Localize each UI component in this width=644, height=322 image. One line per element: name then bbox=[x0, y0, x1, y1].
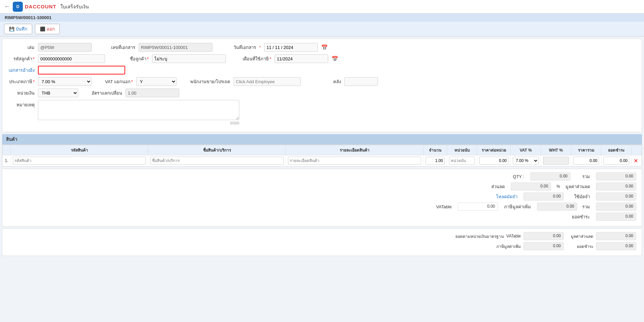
cell-product-detail[interactable] bbox=[286, 155, 424, 166]
pledge-label[interactable]: โหลดมัดจำ bbox=[481, 193, 521, 200]
product-detail-input[interactable] bbox=[288, 157, 421, 165]
col-product-detail: รายละเอียดสินค้า bbox=[286, 145, 424, 155]
toolbar: 💾 บันทึก ⬛ ออก bbox=[0, 22, 644, 37]
save-button[interactable]: 💾 บันทึก bbox=[4, 24, 32, 34]
customer-code-input[interactable] bbox=[38, 54, 105, 63]
total-input[interactable] bbox=[573, 157, 599, 165]
tax-month-calendar-icon[interactable]: 📅 bbox=[332, 56, 338, 62]
page-title: ใบเสร็จรับเงิน bbox=[60, 3, 89, 10]
vat-label: VAT แยกนอก bbox=[105, 78, 133, 85]
doc-number-input[interactable] bbox=[139, 43, 212, 52]
ref-doc-input[interactable] bbox=[38, 66, 125, 74]
col-qty: จำนวน bbox=[424, 145, 447, 155]
exchange-rate-label: อัตราแลกเปลี่ยน bbox=[92, 90, 122, 97]
cell-product-name[interactable] bbox=[148, 155, 286, 166]
tax-month-input[interactable] bbox=[275, 54, 328, 63]
cell-total[interactable] bbox=[571, 155, 601, 166]
payable-value: 0.00 bbox=[596, 213, 636, 221]
wht-input[interactable] bbox=[543, 157, 569, 165]
exit-button[interactable]: ⬛ ออก bbox=[35, 24, 60, 34]
tax-type-select[interactable]: 7.00 % bbox=[38, 77, 92, 86]
discount-amount-value: 0.00 bbox=[596, 182, 636, 191]
doc-number-label: เลขที่เอกสาร bbox=[108, 44, 135, 51]
save-icon: 💾 bbox=[9, 26, 14, 32]
vatable-side-label: VATable bbox=[428, 204, 455, 209]
remark-input[interactable] bbox=[38, 100, 239, 120]
col-action bbox=[632, 145, 642, 155]
col-wht: WHT % bbox=[541, 145, 571, 155]
delete-row-button[interactable]: ✕ bbox=[634, 158, 638, 164]
exit-label: ออก bbox=[47, 25, 55, 33]
vatable-totals-value: 0.00 bbox=[524, 232, 564, 240]
col-num bbox=[3, 145, 11, 155]
col-unit: หน่วยนับ bbox=[447, 145, 477, 155]
employee-label: พนักงานขาย/โปรเจค bbox=[190, 78, 230, 85]
qty-value: 0.00 bbox=[530, 172, 571, 180]
cell-unit[interactable] bbox=[447, 155, 477, 166]
qty-input[interactable] bbox=[426, 157, 445, 165]
total-header-label: รวม bbox=[573, 173, 593, 180]
cell-vat[interactable]: 7.00 % bbox=[511, 155, 541, 166]
cell-payable[interactable] bbox=[601, 155, 632, 166]
col-payable: ยอดชำระ bbox=[601, 145, 632, 155]
price-input[interactable] bbox=[479, 157, 508, 165]
remark-label: หมายเหตุ bbox=[8, 101, 35, 108]
warehouse-input[interactable] bbox=[344, 77, 378, 86]
ref-doc-label[interactable]: เอกสารอ้างอิง bbox=[8, 67, 35, 74]
save-label: บันทึก bbox=[16, 25, 27, 33]
pledge-value: 0.00 bbox=[524, 193, 564, 201]
vatable-totals-label: VATable bbox=[506, 234, 521, 238]
cell-wht[interactable] bbox=[541, 155, 571, 166]
customer-name-input[interactable] bbox=[152, 54, 226, 63]
col-vat: VAT % bbox=[511, 145, 541, 155]
product-code-input[interactable] bbox=[13, 157, 146, 165]
payable-totals-value: 0.00 bbox=[596, 242, 636, 250]
volume-input[interactable] bbox=[38, 43, 92, 52]
deposit-value: 0.00 bbox=[596, 193, 636, 201]
payable-totals-label: ยอดชำระ bbox=[566, 243, 593, 250]
vat-row-select[interactable]: 7.00 % bbox=[513, 157, 539, 165]
exchange-rate-input[interactable] bbox=[126, 89, 179, 97]
vat-amount-value: 0.00 bbox=[537, 203, 577, 211]
doc-date-label: วันที่เอกสาร bbox=[229, 44, 256, 51]
currency-select[interactable]: THB bbox=[38, 89, 78, 97]
discount-amount-totals-label: มูลค่าส่วนลด bbox=[566, 233, 593, 239]
products-section-header: สินค้า bbox=[2, 134, 642, 145]
row-num: 1. bbox=[3, 155, 11, 166]
subtotal-label: รวม bbox=[580, 203, 593, 210]
employee-input[interactable] bbox=[234, 77, 301, 86]
product-name-input[interactable] bbox=[150, 157, 284, 165]
payable-row-input[interactable] bbox=[603, 157, 629, 165]
doc-date-input[interactable] bbox=[264, 43, 318, 52]
payable-label: ยอดชำระ bbox=[553, 213, 593, 220]
brand-name: DACCOUNT bbox=[25, 4, 56, 9]
document-id: RIMP5W/00011-100001 bbox=[5, 15, 51, 20]
currency-label: หน่วยเงิน bbox=[8, 90, 35, 97]
subtotal-value: 0.00 bbox=[596, 203, 636, 211]
customer-name-label: ชื่อลูกค้า bbox=[122, 55, 149, 62]
cell-price[interactable] bbox=[477, 155, 511, 166]
volume-label: เล่ม bbox=[8, 44, 35, 51]
vat-select[interactable]: Y bbox=[136, 77, 177, 86]
vat-totals-value: 0.00 bbox=[524, 242, 564, 250]
discount-unit: % bbox=[554, 184, 563, 189]
table-row: 1. 7.00 % ✕ bbox=[3, 155, 642, 166]
std-unit-label: ยอดตามหน่วยเงินมาตรฐาน bbox=[450, 233, 504, 239]
deposit-label: ใช้มัดจำ bbox=[566, 193, 593, 200]
unit-input[interactable] bbox=[449, 157, 475, 165]
cell-qty[interactable] bbox=[424, 155, 447, 166]
doc-date-calendar-icon[interactable]: 📅 bbox=[321, 44, 328, 51]
warehouse-label: คลัง bbox=[314, 78, 341, 85]
col-product-code: รหัสสินค้า bbox=[11, 145, 148, 155]
discount-value: 0.00 bbox=[511, 182, 551, 191]
discount-label: ส่วนลด bbox=[468, 183, 508, 190]
back-button[interactable]: ← bbox=[4, 3, 10, 10]
col-total: ราคารวม bbox=[571, 145, 601, 155]
vatable-value: 0.00 bbox=[458, 203, 498, 211]
cell-delete[interactable]: ✕ bbox=[632, 155, 642, 166]
char-count: 0/500 bbox=[38, 121, 239, 125]
cell-product-code[interactable] bbox=[11, 155, 148, 166]
logo-icon: D bbox=[13, 2, 23, 12]
discount-amount-totals-value: 0.00 bbox=[596, 232, 636, 240]
customer-code-label: รหัสลูกค้า bbox=[8, 55, 35, 62]
